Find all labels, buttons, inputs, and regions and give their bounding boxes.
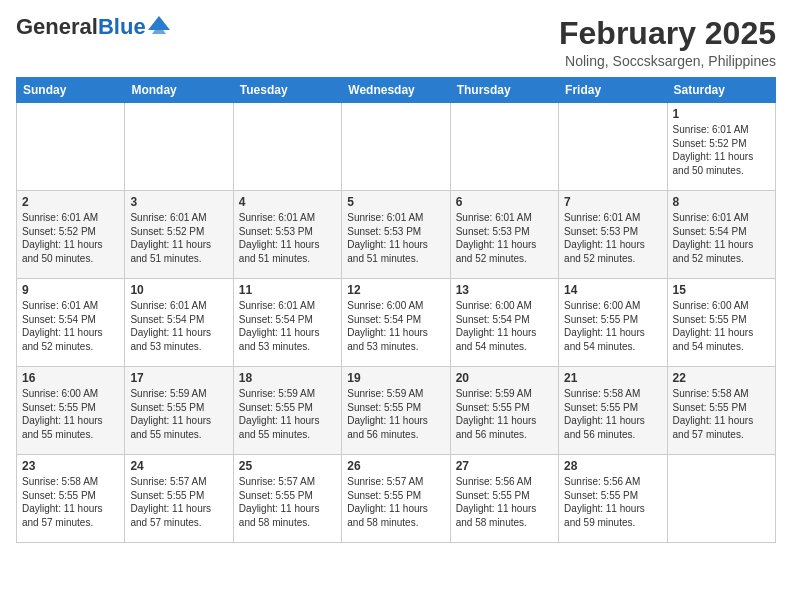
calendar-cell: 9Sunrise: 6:01 AM Sunset: 5:54 PM Daylig… — [17, 279, 125, 367]
weekday-header-sunday: Sunday — [17, 78, 125, 103]
day-info: Sunrise: 5:59 AM Sunset: 5:55 PM Dayligh… — [130, 387, 227, 441]
day-number: 9 — [22, 283, 119, 297]
calendar-cell: 21Sunrise: 5:58 AM Sunset: 5:55 PM Dayli… — [559, 367, 667, 455]
day-number: 19 — [347, 371, 444, 385]
day-info: Sunrise: 6:01 AM Sunset: 5:53 PM Dayligh… — [347, 211, 444, 265]
day-number: 21 — [564, 371, 661, 385]
day-number: 7 — [564, 195, 661, 209]
day-number: 14 — [564, 283, 661, 297]
day-info: Sunrise: 6:01 AM Sunset: 5:53 PM Dayligh… — [564, 211, 661, 265]
day-number: 25 — [239, 459, 336, 473]
calendar-cell — [17, 103, 125, 191]
weekday-header-thursday: Thursday — [450, 78, 558, 103]
calendar-cell: 2Sunrise: 6:01 AM Sunset: 5:52 PM Daylig… — [17, 191, 125, 279]
day-info: Sunrise: 6:00 AM Sunset: 5:55 PM Dayligh… — [564, 299, 661, 353]
day-info: Sunrise: 6:01 AM Sunset: 5:52 PM Dayligh… — [22, 211, 119, 265]
week-row-4: 16Sunrise: 6:00 AM Sunset: 5:55 PM Dayli… — [17, 367, 776, 455]
day-number: 3 — [130, 195, 227, 209]
day-number: 4 — [239, 195, 336, 209]
day-number: 6 — [456, 195, 553, 209]
logo-blue: Blue — [98, 14, 146, 39]
weekday-header-wednesday: Wednesday — [342, 78, 450, 103]
day-info: Sunrise: 6:01 AM Sunset: 5:54 PM Dayligh… — [239, 299, 336, 353]
weekday-header-friday: Friday — [559, 78, 667, 103]
day-info: Sunrise: 5:58 AM Sunset: 5:55 PM Dayligh… — [673, 387, 770, 441]
calendar-cell: 5Sunrise: 6:01 AM Sunset: 5:53 PM Daylig… — [342, 191, 450, 279]
calendar-cell: 24Sunrise: 5:57 AM Sunset: 5:55 PM Dayli… — [125, 455, 233, 543]
day-info: Sunrise: 6:01 AM Sunset: 5:53 PM Dayligh… — [456, 211, 553, 265]
day-number: 13 — [456, 283, 553, 297]
calendar-cell: 28Sunrise: 5:56 AM Sunset: 5:55 PM Dayli… — [559, 455, 667, 543]
day-info: Sunrise: 6:00 AM Sunset: 5:55 PM Dayligh… — [673, 299, 770, 353]
day-number: 12 — [347, 283, 444, 297]
calendar-cell: 4Sunrise: 6:01 AM Sunset: 5:53 PM Daylig… — [233, 191, 341, 279]
day-info: Sunrise: 5:56 AM Sunset: 5:55 PM Dayligh… — [456, 475, 553, 529]
calendar-cell: 7Sunrise: 6:01 AM Sunset: 5:53 PM Daylig… — [559, 191, 667, 279]
calendar-cell: 16Sunrise: 6:00 AM Sunset: 5:55 PM Dayli… — [17, 367, 125, 455]
day-number: 5 — [347, 195, 444, 209]
week-row-5: 23Sunrise: 5:58 AM Sunset: 5:55 PM Dayli… — [17, 455, 776, 543]
day-number: 10 — [130, 283, 227, 297]
weekday-header-saturday: Saturday — [667, 78, 775, 103]
weekday-header-monday: Monday — [125, 78, 233, 103]
calendar-cell: 20Sunrise: 5:59 AM Sunset: 5:55 PM Dayli… — [450, 367, 558, 455]
day-number: 11 — [239, 283, 336, 297]
day-info: Sunrise: 6:00 AM Sunset: 5:55 PM Dayligh… — [22, 387, 119, 441]
month-year: February 2025 — [559, 16, 776, 51]
location: Noling, Soccsksargen, Philippines — [559, 53, 776, 69]
day-number: 22 — [673, 371, 770, 385]
calendar-cell: 25Sunrise: 5:57 AM Sunset: 5:55 PM Dayli… — [233, 455, 341, 543]
day-info: Sunrise: 6:01 AM Sunset: 5:54 PM Dayligh… — [673, 211, 770, 265]
day-info: Sunrise: 5:59 AM Sunset: 5:55 PM Dayligh… — [347, 387, 444, 441]
day-info: Sunrise: 5:59 AM Sunset: 5:55 PM Dayligh… — [239, 387, 336, 441]
calendar-cell — [233, 103, 341, 191]
day-number: 17 — [130, 371, 227, 385]
logo-icon — [148, 16, 170, 34]
day-number: 1 — [673, 107, 770, 121]
day-info: Sunrise: 5:59 AM Sunset: 5:55 PM Dayligh… — [456, 387, 553, 441]
day-number: 20 — [456, 371, 553, 385]
week-row-1: 1Sunrise: 6:01 AM Sunset: 5:52 PM Daylig… — [17, 103, 776, 191]
calendar-cell: 13Sunrise: 6:00 AM Sunset: 5:54 PM Dayli… — [450, 279, 558, 367]
calendar-cell — [125, 103, 233, 191]
week-row-2: 2Sunrise: 6:01 AM Sunset: 5:52 PM Daylig… — [17, 191, 776, 279]
calendar-cell: 8Sunrise: 6:01 AM Sunset: 5:54 PM Daylig… — [667, 191, 775, 279]
calendar-cell: 11Sunrise: 6:01 AM Sunset: 5:54 PM Dayli… — [233, 279, 341, 367]
weekday-header-tuesday: Tuesday — [233, 78, 341, 103]
calendar-cell: 17Sunrise: 5:59 AM Sunset: 5:55 PM Dayli… — [125, 367, 233, 455]
day-info: Sunrise: 6:01 AM Sunset: 5:53 PM Dayligh… — [239, 211, 336, 265]
day-number: 27 — [456, 459, 553, 473]
weekday-header-row: SundayMondayTuesdayWednesdayThursdayFrid… — [17, 78, 776, 103]
calendar-cell: 6Sunrise: 6:01 AM Sunset: 5:53 PM Daylig… — [450, 191, 558, 279]
day-info: Sunrise: 6:00 AM Sunset: 5:54 PM Dayligh… — [347, 299, 444, 353]
day-number: 16 — [22, 371, 119, 385]
calendar-cell: 23Sunrise: 5:58 AM Sunset: 5:55 PM Dayli… — [17, 455, 125, 543]
calendar-cell — [559, 103, 667, 191]
title-block: February 2025 Noling, Soccsksargen, Phil… — [559, 16, 776, 69]
logo-general: General — [16, 14, 98, 39]
day-info: Sunrise: 5:58 AM Sunset: 5:55 PM Dayligh… — [22, 475, 119, 529]
day-info: Sunrise: 6:00 AM Sunset: 5:54 PM Dayligh… — [456, 299, 553, 353]
day-number: 8 — [673, 195, 770, 209]
day-info: Sunrise: 5:57 AM Sunset: 5:55 PM Dayligh… — [130, 475, 227, 529]
calendar-cell — [667, 455, 775, 543]
day-number: 28 — [564, 459, 661, 473]
day-number: 26 — [347, 459, 444, 473]
calendar-cell: 3Sunrise: 6:01 AM Sunset: 5:52 PM Daylig… — [125, 191, 233, 279]
day-number: 2 — [22, 195, 119, 209]
logo: GeneralBlue — [16, 16, 170, 38]
calendar-table: SundayMondayTuesdayWednesdayThursdayFrid… — [16, 77, 776, 543]
calendar-cell: 14Sunrise: 6:00 AM Sunset: 5:55 PM Dayli… — [559, 279, 667, 367]
day-number: 18 — [239, 371, 336, 385]
calendar-cell: 10Sunrise: 6:01 AM Sunset: 5:54 PM Dayli… — [125, 279, 233, 367]
calendar-cell — [342, 103, 450, 191]
day-info: Sunrise: 5:57 AM Sunset: 5:55 PM Dayligh… — [347, 475, 444, 529]
day-number: 15 — [673, 283, 770, 297]
day-info: Sunrise: 6:01 AM Sunset: 5:54 PM Dayligh… — [22, 299, 119, 353]
day-info: Sunrise: 5:56 AM Sunset: 5:55 PM Dayligh… — [564, 475, 661, 529]
calendar-cell: 12Sunrise: 6:00 AM Sunset: 5:54 PM Dayli… — [342, 279, 450, 367]
day-info: Sunrise: 5:57 AM Sunset: 5:55 PM Dayligh… — [239, 475, 336, 529]
day-info: Sunrise: 6:01 AM Sunset: 5:52 PM Dayligh… — [130, 211, 227, 265]
week-row-3: 9Sunrise: 6:01 AM Sunset: 5:54 PM Daylig… — [17, 279, 776, 367]
calendar-cell — [450, 103, 558, 191]
